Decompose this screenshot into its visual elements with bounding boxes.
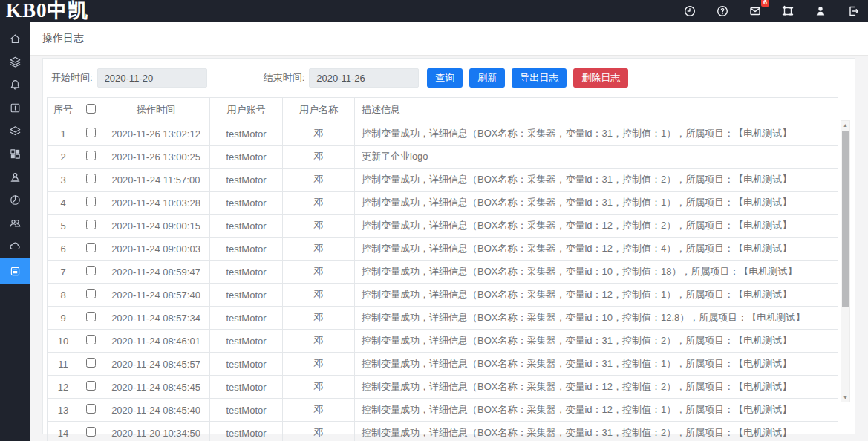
row-time: 2020-11-26 13:00:25 (102, 146, 210, 169)
row-index: 6 (48, 238, 79, 261)
sidebar-item-app-plus[interactable] (0, 97, 30, 120)
row-checkbox-cell (79, 307, 102, 330)
row-description: 控制变量成功，详细信息（BOX名称：采集器，变量id：31，控制值：2），所属项… (355, 169, 838, 192)
refresh-button[interactable]: 刷新 (469, 68, 505, 88)
table-row: 112020-11-24 08:45:57testMotor邓控制变量成功，详细… (48, 353, 838, 376)
sidebar-item-cloud[interactable] (0, 235, 30, 258)
row-time: 2020-11-24 11:57:00 (102, 169, 210, 192)
home-icon (9, 33, 22, 45)
row-account: testMotor (210, 307, 283, 330)
person-pin-icon (9, 171, 22, 183)
header-select-all (79, 98, 102, 122)
row-description: 控制变量成功，详细信息（BOX名称：采集器，变量id：12，控制值：4），所属项… (355, 238, 838, 261)
row-checkbox-cell (79, 330, 102, 353)
scrollbar-up-arrow[interactable]: ▲ (841, 121, 849, 129)
row-checkbox[interactable] (86, 358, 96, 368)
row-index: 7 (48, 261, 79, 284)
table-row: 72020-11-24 08:59:47testMotor邓控制变量成功，详细信… (48, 261, 838, 284)
row-checkbox[interactable] (86, 151, 96, 160)
user-icon[interactable] (813, 4, 828, 19)
row-account: testMotor (210, 122, 283, 146)
row-checkbox[interactable] (86, 220, 96, 229)
row-description: 控制变量成功，详细信息（BOX名称：采集器，变量id：12，控制值：2），所属项… (355, 215, 838, 238)
mail-icon[interactable]: 6 (748, 4, 763, 19)
row-checkbox[interactable] (86, 335, 96, 344)
row-account: testMotor (210, 422, 283, 441)
row-index: 10 (48, 330, 79, 353)
row-index: 14 (48, 422, 79, 441)
row-username: 邓 (283, 376, 355, 399)
row-time: 2020-11-24 09:00:03 (102, 238, 210, 261)
row-checkbox[interactable] (86, 312, 96, 321)
layers-icon (9, 56, 22, 68)
delete-log-button[interactable]: 删除日志 (573, 68, 628, 88)
row-account: testMotor (210, 376, 283, 399)
row-index: 4 (48, 192, 79, 215)
row-checkbox[interactable] (86, 404, 96, 414)
row-checkbox[interactable] (86, 266, 96, 275)
row-checkbox[interactable] (86, 128, 96, 137)
row-checkbox[interactable] (86, 174, 96, 183)
fullscreen-icon[interactable] (780, 4, 795, 19)
row-checkbox[interactable] (86, 381, 96, 391)
row-time: 2020-11-24 10:03:28 (102, 192, 210, 215)
row-index: 12 (48, 376, 79, 399)
header-index: 序号 (48, 98, 79, 122)
help-icon[interactable] (715, 4, 730, 19)
sidebar-item-home[interactable] (0, 27, 30, 50)
table-row: 102020-11-24 08:46:01testMotor邓控制变量成功，详细… (48, 330, 838, 353)
page-title: 操作日志 (42, 32, 84, 45)
query-button[interactable]: 查询 (427, 68, 463, 88)
sidebar-item-alarm[interactable] (0, 74, 30, 97)
row-description: 更新了企业logo (355, 146, 838, 169)
row-description: 控制变量成功，详细信息（BOX名称：采集器，变量id：31，控制值：2），所属项… (355, 422, 838, 441)
row-checkbox[interactable] (86, 427, 96, 437)
row-username: 邓 (283, 330, 355, 353)
table-row: 32020-11-24 11:57:00testMotor邓控制变量成功，详细信… (48, 169, 838, 192)
operation-log-icon (9, 265, 22, 278)
row-index: 13 (48, 399, 79, 422)
row-time: 2020-11-24 08:59:47 (102, 261, 210, 284)
row-username: 邓 (283, 422, 355, 441)
end-time-input[interactable] (309, 68, 419, 88)
row-description: 控制变量成功，详细信息（BOX名称：采集器，变量id：31，控制值：1），所属项… (355, 353, 838, 376)
header-description: 描述信息 (355, 98, 838, 122)
row-username: 邓 (283, 261, 355, 284)
select-all-checkbox[interactable] (86, 104, 96, 114)
sidebar-item-operation-log[interactable] (0, 258, 30, 284)
row-time: 2020-11-24 08:57:40 (102, 284, 210, 307)
row-checkbox-cell (79, 399, 102, 422)
row-account: testMotor (210, 353, 283, 376)
clock-icon[interactable] (682, 4, 697, 19)
scrollbar-thumb[interactable] (842, 131, 849, 307)
row-index: 9 (48, 307, 79, 330)
row-checkbox[interactable] (86, 243, 96, 252)
sidebar-item-users[interactable] (0, 212, 30, 235)
row-checkbox[interactable] (86, 289, 96, 298)
log-table: 序号 操作时间 用户账号 用户名称 描述信息 12020-11-26 13:02… (47, 97, 838, 441)
sidebar-item-stack[interactable] (0, 120, 30, 143)
logout-icon[interactable] (846, 4, 861, 19)
filter-toolbar: 开始时间: 结束时间: 查询 刷新 导出日志 删除日志 (51, 68, 850, 88)
export-log-button[interactable]: 导出日志 (512, 68, 567, 88)
row-account: testMotor (210, 215, 283, 238)
screen: KB0中凯 6 (0, 0, 868, 441)
row-account: testMotor (210, 330, 283, 353)
header-time: 操作时间 (102, 98, 210, 122)
sidebar-item-person-pin[interactable] (0, 166, 30, 189)
row-username: 邓 (283, 192, 355, 215)
sidebar-item-dashboard[interactable] (0, 143, 30, 166)
scrollbar-track[interactable] (841, 129, 849, 393)
row-checkbox-cell (79, 422, 102, 441)
row-account: testMotor (210, 399, 283, 422)
table-scrollbar[interactable]: ▲ ▼ (841, 120, 850, 402)
header-account: 用户账号 (210, 98, 283, 122)
app-body: 操作日志 开始时间: 结束时间: 查询 刷新 导出日志 删除日志 (0, 22, 868, 441)
row-checkbox-cell (79, 284, 102, 307)
scrollbar-down-arrow[interactable]: ▼ (841, 393, 849, 402)
row-checkbox[interactable] (86, 197, 96, 206)
row-index: 8 (48, 284, 79, 307)
sidebar-item-pie-chart[interactable] (0, 189, 30, 212)
sidebar-item-layers[interactable] (0, 50, 30, 74)
start-time-input[interactable] (97, 68, 207, 88)
